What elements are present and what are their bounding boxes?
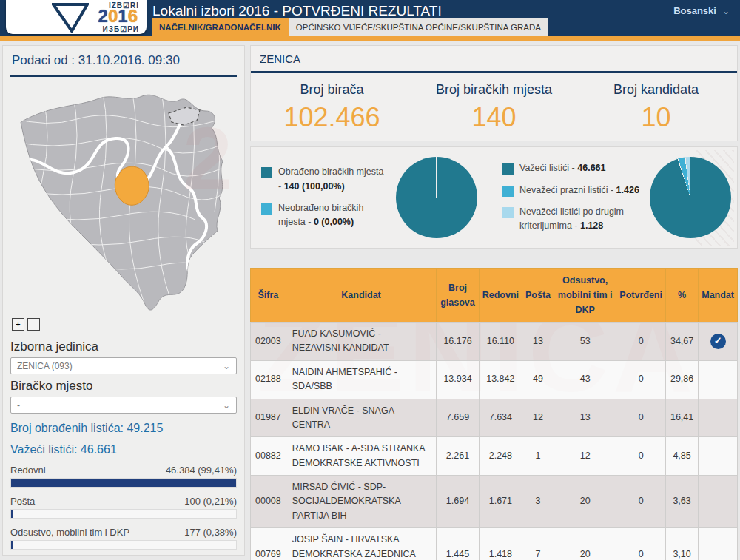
bar-value: 46.384 (99,41%) [166, 465, 237, 476]
map-zoom-out-button[interactable]: - [27, 318, 40, 331]
stat-label: Broj birača [251, 82, 413, 98]
ballot-bar: Pošta100 (0,21%) [10, 496, 237, 519]
table-row: 02003FUAD KASUMOVIĆ - NEZAVISNI KANDIDAT… [251, 323, 738, 361]
legend-swatch [502, 186, 514, 197]
column-header: Šifra [251, 269, 286, 323]
legend-item: Obrađeno biračkih mjesta - 140 (100,00%) [261, 165, 386, 194]
cell-odsustvo: 43 [554, 360, 616, 399]
legend-item: Neobrađeno biračkih mjesta - 0 (0,00%) [261, 201, 386, 230]
cell-posta: 49 [522, 360, 554, 399]
ballot-bar: Odsustvo, mobilni tim i DKP177 (0,38%) [10, 527, 237, 550]
cell-mandat [699, 528, 738, 560]
bosnia-map[interactable]: + - 2 [10, 79, 237, 335]
cell-mandat [699, 437, 738, 476]
cell-glasova: 2.261 [437, 437, 479, 476]
cell-odsustvo: 20 [554, 476, 616, 528]
cell-pct: 16,41 [665, 399, 698, 437]
bar-label: Odsustvo, mobilni tim i DKP [10, 527, 130, 538]
cell-potvrdjeni: 0 [616, 360, 666, 399]
legend-item: Nevažeći prazni listići - 1.426 [502, 183, 639, 198]
legend-label: Važeći listići - 46.661 [519, 161, 606, 175]
cell-glasova: 7.659 [437, 399, 479, 437]
column-header: Kandidat [286, 269, 437, 323]
logo-triangle-icon [52, 2, 89, 33]
cell-potvrdjeni: 0 [616, 437, 666, 476]
tab[interactable]: OPĆINSKO VIJEĆE/SKUPŠTINA OPĆINE/SKUPŠTI… [289, 18, 548, 36]
progress-bar-fill [11, 510, 13, 518]
izborna-jedinica-label: Izborna jedinica [10, 340, 237, 354]
cell-pct: 3,63 [665, 476, 698, 528]
legend-swatch [261, 167, 272, 178]
legend-swatch [502, 163, 514, 175]
cell-glasova: 1.694 [437, 476, 479, 528]
polling-stations-pie-chart [396, 157, 477, 238]
cell-pct: 4,85 [665, 437, 698, 476]
legend-swatch [261, 203, 272, 215]
cell-posta: 12 [522, 399, 554, 437]
mandate-check-icon: ✓ [710, 334, 726, 349]
progress-bar-track [10, 509, 237, 519]
app-header: Lokalni izbori 2016 - POTVRĐENI REZULTAT… [0, 0, 740, 36]
data-as-of-label: Podaci od : 31.10.2016. 09:30 [10, 52, 237, 77]
column-header: Pošta [522, 269, 554, 323]
cell-mandat: ✓ [699, 323, 738, 361]
table-row: 00769JOSIP ŠAIN - HRVATSKA DEMOKRATSKA Z… [251, 528, 738, 560]
bar-value: 177 (0,38%) [184, 527, 237, 538]
izborna-jedinica-select[interactable]: ZENICA (093) ⌄ [10, 357, 237, 374]
legend-label: Neobrađeno biračkih mjesta - 0 (0,00%) [278, 201, 386, 230]
biracko-mjesto-value: - [17, 400, 20, 411]
summary-stat: Broj birača102.466 [251, 82, 413, 133]
cell-odsustvo: 13 [554, 399, 616, 437]
legend-swatch [502, 207, 514, 218]
accent-strip [0, 36, 740, 41]
column-header: Broj glasova [437, 269, 479, 323]
cell-potvrdjeni: 0 [616, 476, 666, 528]
cell-glasova: 13.934 [437, 360, 479, 399]
region-box: ZENICA Broj birača102.466Broj biračkih m… [250, 45, 738, 141]
legend-label: Nevažeći prazni listići - 1.426 [519, 183, 639, 198]
cell-redovni: 7.634 [479, 399, 522, 437]
summary-stat: Broj kandidata10 [575, 82, 737, 133]
tab-bar: NAČELNIK/GRADONAČELNIKOPĆINSKO VIJEĆE/SK… [152, 18, 548, 36]
column-header: Redovni [479, 269, 522, 323]
column-header: Mandat [699, 269, 738, 323]
tab[interactable]: NAČELNIK/GRADONAČELNIK [152, 18, 289, 36]
summary-stats: Broj birača102.466Broj biračkih mjesta14… [251, 73, 737, 141]
results-table: ŠifraKandidatBroj glasovaRedovniPoštaOds… [250, 268, 738, 560]
chevron-down-icon: ⌄ [223, 400, 230, 411]
stat-value: 102.466 [251, 102, 413, 133]
cell-odsustvo: 20 [554, 528, 616, 560]
cell-kandidat: RAMO ISAK - A-SDA STRANKA DEMOKRATSKE AK… [286, 437, 437, 476]
column-header: Potvrđeni [616, 269, 666, 323]
cell-potvrdjeni: 0 [616, 399, 666, 437]
language-selector[interactable]: Bosanski ⌄ [673, 5, 730, 16]
legend-item: Važeći listići - 46.661 [502, 161, 639, 175]
ballots-legend: Važeći listići - 46.661Nevažeći prazni l… [502, 158, 639, 237]
pie-divider [436, 157, 437, 198]
cell-kandidat: JOSIP ŠAIN - HRVATSKA DEMOKRATSKA ZAJEDN… [286, 528, 437, 560]
table-row: 01987ELDIN VRAČE - SNAGA CENTRA7.6597.63… [251, 399, 738, 437]
region-title: ZENICA [251, 46, 737, 73]
logo-text-bottom: ИЗБ☑РИ [103, 25, 139, 33]
biracko-mjesto-label: Biračko mjesto [10, 379, 237, 394]
cell-potvrdjeni: 0 [616, 528, 666, 560]
cell-glasova: 1.445 [437, 528, 479, 560]
cell-redovni: 1.671 [479, 476, 522, 528]
legend-label: Nevažeći listići po drugim kriterijumima… [519, 205, 639, 234]
cell-pct: 34,67 [665, 323, 698, 361]
cell-redovni: 13.842 [479, 360, 522, 399]
elections-logo: IZB☑RI 2016 ИЗБ☑РИ [6, 0, 147, 34]
bar-label: Pošta [10, 496, 35, 507]
summary-stat: Broj biračkih mjesta140 [413, 82, 575, 133]
cell-posta: 13 [522, 323, 554, 361]
valid-ballots-text: Važeći listići: 46.661 [10, 443, 237, 456]
izborna-jedinica-value: ZENICA (093) [17, 361, 73, 371]
cell-odsustvo: 53 [554, 323, 616, 361]
column-header: Odsustvo, mobilni tim i DKP [554, 269, 616, 323]
bar-label: Redovni [10, 465, 46, 476]
table-row: 00008MIRSAD ĆIVIĆ - SDP-SOCIJALDEMOKRATS… [251, 476, 738, 528]
cell-sifra: 00769 [251, 528, 286, 560]
column-header: % [665, 269, 698, 323]
map-zoom-in-button[interactable]: + [12, 318, 24, 331]
biracko-mjesto-select[interactable]: - ⌄ [10, 397, 237, 414]
